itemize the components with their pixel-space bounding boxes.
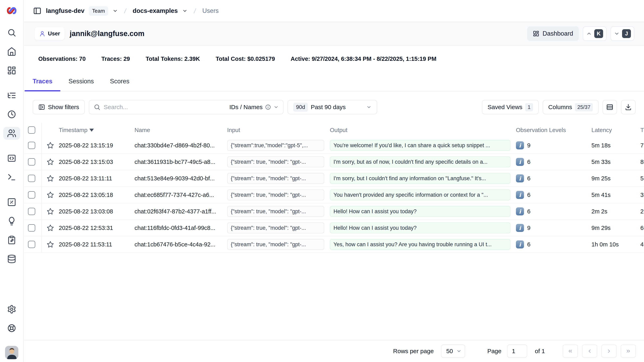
- insights-lightbulb-icon[interactable]: [3, 214, 20, 228]
- table-row[interactable]: 2025-08-22 13:15:03 chat:3611931b-bc77-4…: [24, 154, 644, 170]
- sidebar-bottom: [3, 303, 20, 359]
- row-height-button[interactable]: [602, 100, 617, 114]
- dashboard-icon[interactable]: [3, 64, 20, 77]
- search-placeholder: Search...: [104, 104, 226, 110]
- sessions-clock-icon[interactable]: [3, 108, 20, 121]
- keyboard-shortcut-j: J: [622, 29, 631, 38]
- datasets-database-icon[interactable]: [3, 252, 20, 265]
- star-icon[interactable]: [42, 158, 59, 166]
- column-header-input[interactable]: Input: [227, 127, 330, 134]
- table-row[interactable]: 2025-08-22 12:53:31 chat:116fbfdc-0fd3-4…: [24, 220, 644, 236]
- breadcrumb-separator: [192, 8, 198, 14]
- row-checkbox[interactable]: [28, 158, 35, 166]
- row-checkbox[interactable]: [28, 142, 35, 149]
- select-all-checkbox[interactable]: [28, 126, 35, 134]
- star-icon[interactable]: [42, 174, 59, 182]
- page-number-input[interactable]: 1: [507, 344, 527, 358]
- cell-clipped: 5: [640, 175, 644, 182]
- cell-latency: 9m 29s: [592, 225, 640, 231]
- next-page-button[interactable]: [601, 344, 616, 358]
- cell-timestamp: 2025-08-22 13:15:19: [59, 142, 134, 149]
- tab-scores[interactable]: Scores: [102, 72, 137, 91]
- annotation-clipboard-icon[interactable]: [3, 234, 20, 246]
- star-icon[interactable]: [42, 142, 59, 149]
- cell-input: {"stream": true, "model": "gpt-...: [227, 206, 324, 217]
- star-icon[interactable]: [42, 240, 59, 248]
- prompts-icon[interactable]: [3, 152, 20, 165]
- sidebar-item-users[interactable]: [3, 127, 20, 140]
- cell-name: chat:116fbfdc-0fd3-41af-99c8...: [134, 225, 227, 231]
- search-input[interactable]: Search... IDs / Names: [89, 100, 284, 114]
- tab-sessions[interactable]: Sessions: [60, 72, 102, 91]
- stat-active-range: Active: 9/27/2024, 6:38:34 PM - 8/22/202…: [290, 56, 436, 62]
- dashboard-button[interactable]: Dashboard: [527, 26, 579, 41]
- star-icon[interactable]: [42, 208, 59, 215]
- playground-terminal-icon[interactable]: [3, 171, 20, 184]
- sidebar-nav: [3, 26, 20, 272]
- search-icon[interactable]: [3, 26, 20, 39]
- first-page-button[interactable]: [563, 344, 578, 358]
- chevron-left-icon: [587, 348, 592, 354]
- download-icon: [625, 104, 632, 111]
- evaluation-icon[interactable]: [3, 196, 20, 208]
- prev-item-button[interactable]: K: [583, 26, 606, 41]
- support-lifebuoy-icon[interactable]: [3, 322, 20, 334]
- breadcrumb-page: Users: [202, 7, 219, 14]
- column-header-clipped[interactable]: T: [640, 127, 644, 134]
- show-filters-button[interactable]: Show filters: [32, 100, 85, 114]
- cell-input: {"stream": true, "model": "gpt-...: [227, 239, 324, 250]
- cell-clipped: 2: [640, 208, 644, 215]
- search-scope-select[interactable]: IDs / Names: [229, 104, 279, 110]
- cell-clipped: 4: [640, 241, 644, 248]
- cell-name: chat:02f63f47-87b2-4377-a1ff...: [134, 208, 227, 215]
- cell-name: chat:ec685f77-7374-427c-a6...: [134, 192, 227, 198]
- stat-observations: Observations: 70: [38, 56, 86, 62]
- row-checkbox[interactable]: [28, 208, 35, 215]
- table-row[interactable]: 2025-08-22 13:11:11 chat:513e84e9-9039-4…: [24, 170, 644, 187]
- last-page-button[interactable]: [621, 344, 636, 358]
- user-avatar[interactable]: [5, 346, 18, 359]
- langfuse-logo-icon[interactable]: [6, 5, 18, 16]
- info-level-badge: i: [516, 141, 524, 150]
- rows-per-page-select[interactable]: 50: [441, 344, 465, 358]
- next-item-button[interactable]: J: [610, 26, 634, 41]
- row-checkbox[interactable]: [28, 224, 35, 232]
- prev-page-button[interactable]: [582, 344, 597, 358]
- column-header-observation-levels[interactable]: Observation Levels: [516, 127, 592, 134]
- column-header-latency[interactable]: Latency: [592, 127, 640, 134]
- column-header-timestamp[interactable]: Timestamp: [59, 127, 134, 134]
- tab-traces[interactable]: Traces: [24, 72, 60, 91]
- star-icon[interactable]: [42, 224, 59, 232]
- column-header-output[interactable]: Output: [330, 127, 516, 134]
- table-row[interactable]: 2025-08-22 13:05:18 chat:ec685f77-7374-4…: [24, 187, 644, 203]
- columns-button[interactable]: Columns 25/37: [543, 100, 598, 114]
- row-checkbox[interactable]: [28, 175, 35, 182]
- traces-table: Timestamp Name Input Output Observation …: [24, 123, 644, 253]
- star-icon[interactable]: [42, 191, 59, 199]
- table-row[interactable]: 2025-08-22 11:53:11 chat:1cb67476-b5ce-4…: [24, 236, 644, 253]
- cell-latency: 5m 41s: [592, 192, 640, 198]
- tracing-icon[interactable]: [3, 89, 20, 102]
- pagination-nav: [563, 344, 636, 358]
- chevron-down-icon[interactable]: [112, 8, 118, 14]
- table-row[interactable]: 2025-08-22 13:03:08 chat:02f63f47-87b2-4…: [24, 203, 644, 220]
- table-row[interactable]: 2025-08-22 13:15:19 chat:330bd4e7-d869-4…: [24, 137, 644, 154]
- cell-input: {"stream": true, "model": "gpt-...: [227, 222, 324, 233]
- breadcrumb-project[interactable]: langfuse-dev: [46, 7, 84, 14]
- date-range-button[interactable]: 90d Past 90 days: [288, 100, 377, 114]
- sidebar-toggle-icon[interactable]: [33, 7, 42, 15]
- export-button[interactable]: [621, 100, 636, 114]
- search-icon: [94, 104, 100, 110]
- cell-output: I'm sorry, but as of now, I couldn't fin…: [330, 156, 510, 167]
- column-header-name[interactable]: Name: [134, 127, 227, 134]
- saved-views-button[interactable]: Saved Views 1: [482, 100, 538, 114]
- stat-total-tokens: Total Tokens: 2.39K: [146, 56, 200, 62]
- breadcrumb-environment[interactable]: docs-examples: [133, 7, 178, 14]
- row-checkbox[interactable]: [28, 191, 35, 198]
- chevron-down-icon[interactable]: [182, 8, 188, 14]
- settings-gear-icon[interactable]: [3, 303, 20, 316]
- home-icon[interactable]: [3, 45, 20, 58]
- row-checkbox[interactable]: [28, 241, 35, 248]
- user-icon: [39, 30, 46, 37]
- info-icon: [265, 104, 271, 110]
